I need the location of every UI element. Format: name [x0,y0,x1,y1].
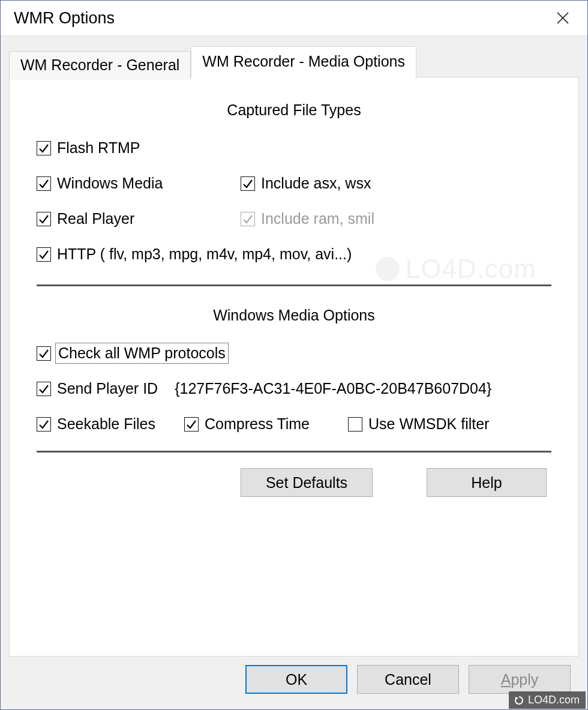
checkbox-include-asx[interactable] [241,176,255,191]
tab-media-options[interactable]: WM Recorder - Media Options [191,46,416,77]
check-icon [186,419,197,430]
apply-button: Apply [469,665,571,694]
help-label: Help [471,474,502,492]
tab-general[interactable]: WM Recorder - General [9,51,191,80]
set-defaults-label: Set Defaults [266,474,347,492]
close-icon [556,11,570,25]
check-icon [38,214,49,224]
checkbox-check-all-wmp[interactable] [37,346,51,361]
svg-marker-2 [515,697,518,700]
check-icon [38,178,49,189]
panel-button-row: Set Defaults Help [37,468,551,497]
check-icon [38,249,49,260]
tabstrip: WM Recorder - General WM Recorder - Medi… [9,46,579,77]
client-area: WM Recorder - General WM Recorder - Medi… [1,35,587,709]
checkbox-compress-time[interactable] [184,417,199,432]
watermark-text: LO4D.com [528,694,580,706]
checkbox-seekable-files[interactable] [37,417,51,432]
section-wm-options-title: Windows Media Options [37,307,551,324]
check-icon [38,348,49,359]
player-id-value: {127F76F3-AC31-4E0F-A0BC-20B47B607D04} [175,380,491,397]
label-seekable-files: Seekable Files [57,415,155,433]
checkbox-include-ram [241,212,255,226]
check-icon [38,143,49,154]
refresh-icon [514,695,524,706]
dialog-window: WMR Options WM Recorder - General WM Rec… [0,0,588,710]
label-flash-rtmp: Flash RTMP [57,139,140,157]
check-icon [38,384,49,394]
checkbox-real-player[interactable] [37,212,51,226]
label-send-player-id: Send Player ID [57,380,158,397]
checkbox-windows-media[interactable] [37,176,51,191]
tab-panel-media: LO4D.com Captured File Types Flash RTMP … [9,77,579,657]
checkbox-use-wmsdk[interactable] [348,417,362,432]
label-real-player: Real Player [57,210,134,227]
checkbox-http[interactable] [37,247,51,262]
check-icon [242,178,253,189]
dialog-button-row: OK Cancel Apply [9,657,579,702]
help-button[interactable]: Help [427,468,547,497]
label-include-asx: Include asx, wsx [261,175,371,192]
tab-media-label: WM Recorder - Media Options [202,53,405,70]
label-use-wmsdk: Use WMSDK filter [368,415,489,433]
check-icon [38,419,49,430]
section-divider-1 [37,284,551,286]
section-divider-2 [37,451,551,453]
label-compress-time: Compress Time [205,415,310,433]
checkbox-send-player-id[interactable] [37,382,51,396]
close-button[interactable] [549,4,577,32]
cancel-label: Cancel [385,671,431,688]
set-defaults-button[interactable]: Set Defaults [241,468,373,497]
tab-general-label: WM Recorder - General [20,56,179,73]
titlebar: WMR Options [1,1,587,35]
cancel-button[interactable]: Cancel [357,665,459,694]
label-check-all-wmp: Check all WMP protocols [57,344,227,362]
apply-label: Apply [501,671,539,688]
checkbox-flash-rtmp[interactable] [37,141,51,155]
ok-button[interactable]: OK [245,665,347,694]
check-icon [242,214,253,224]
label-include-ram: Include ram, smil [261,210,374,227]
section-captured-title: Captured File Types [37,101,551,119]
label-windows-media: Windows Media [57,175,163,192]
ok-label: OK [286,671,307,688]
label-http: HTTP ( flv, mp3, mpg, m4v, mp4, mov, avi… [57,245,352,263]
window-title: WMR Options [14,9,549,28]
site-watermark: LO4D.com [509,691,586,709]
